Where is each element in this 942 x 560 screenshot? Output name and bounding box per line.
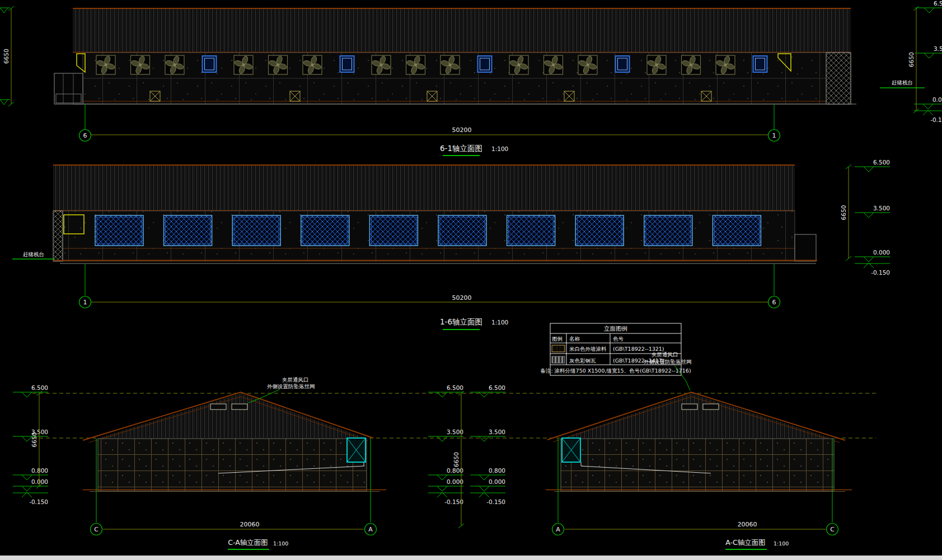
left-annex [54, 73, 83, 104]
col-header-name: 名称 [569, 336, 580, 342]
exhaust-fan-icon [372, 55, 391, 74]
axis-label: 6 [772, 299, 776, 306]
end-wall-hatch [826, 53, 851, 104]
mesh-window [438, 215, 486, 246]
level-marker: -0.150 [914, 110, 942, 123]
axis-label: 1 [83, 299, 87, 306]
elevation-scale: 1:100 [491, 145, 508, 152]
roof-vent [232, 404, 247, 410]
level-marker: -0.150 [470, 492, 505, 505]
level-value: -0.150 [444, 498, 463, 505]
roof-vent [703, 404, 719, 410]
mesh-window [575, 215, 624, 246]
axis-bubble: A [552, 524, 564, 535]
end-wall-hatch [53, 211, 63, 261]
level-marker: 6.500 [470, 384, 505, 397]
level-value: 6.500 [934, 0, 942, 7]
col-header-color: 色号 [613, 336, 624, 342]
cad-canvas[interactable]: 50200 6-1轴立面图 1:100 赶猪栈台 50200 1-6轴立面图 1… [0, 0, 942, 560]
axis-label: C [830, 526, 835, 533]
level-value: 3.500 [447, 429, 463, 435]
axis-bubble: C [827, 524, 838, 535]
vent-note: 夹层通风口 [282, 377, 309, 383]
axis-bubble: C [91, 524, 102, 535]
elevation-title: C-A轴立面图 [228, 538, 268, 547]
swatch-steel [552, 356, 565, 363]
exhaust-fan-icon [234, 55, 253, 74]
level-marker: 0.000 [428, 478, 463, 491]
mesh-window [507, 215, 555, 246]
exhaust-fan-icon [165, 55, 184, 74]
horizontal-scrollbar[interactable] [0, 556, 942, 560]
vent-note: 外侧设置防坠落丝网 [644, 359, 692, 365]
level-value: 3.500 [873, 205, 890, 211]
elevation-scale: 1:100 [491, 319, 508, 326]
level-value: 0.000 [447, 478, 463, 485]
mesh-window [232, 215, 280, 246]
height-dimension-value: 6650 [908, 52, 915, 67]
col-header-legend: 图例 [552, 336, 563, 342]
level-marker: 3.500 [428, 429, 463, 441]
level-marker: 6.500 [428, 384, 463, 397]
vent-note: 夹层通风口 [652, 351, 678, 357]
exhaust-fan-icon [96, 55, 115, 74]
mesh-window [713, 215, 761, 246]
level-value: 6.500 [31, 384, 48, 391]
exhaust-fan-icon [440, 55, 460, 74]
roof-corrugated [53, 164, 795, 211]
exhaust-fan-icon [509, 55, 528, 74]
level-marker: 6.500 [13, 384, 48, 397]
table-title: 立面图例 [604, 325, 627, 332]
level-value: 0.000 [932, 96, 942, 103]
elevation-title: 6-1轴立面图 [440, 144, 482, 153]
wall [561, 439, 834, 491]
level-marker: 3.500 [915, 45, 942, 58]
level-value: 0.000 [31, 478, 48, 485]
elevation-title: A-C轴立面图 [725, 538, 766, 547]
exhaust-fan-icon [406, 55, 425, 74]
axis-label: 1 [772, 132, 776, 139]
level-value: -0.150 [29, 498, 48, 505]
exhaust-fan-icon [578, 55, 597, 74]
level-value: 0.800 [447, 467, 463, 474]
level-value: 0.000 [489, 478, 505, 485]
height-dimension: 6650 [908, 6, 919, 113]
level-marker: 0.000 [470, 478, 505, 491]
axis-bubble: A [365, 524, 377, 535]
level-value: 6.500 [489, 384, 505, 391]
end-door [347, 438, 365, 462]
height-dimension: 6650 [3, 6, 14, 106]
material-name: 米白色外墙涂料 [569, 346, 607, 352]
exhaust-fan-icon [716, 55, 735, 74]
axis-label: C [94, 526, 99, 533]
exhaust-fan-icon [130, 55, 149, 74]
gable-roof [563, 393, 832, 438]
elevation-scale: 1:100 [273, 540, 288, 547]
level-value: 3.500 [934, 45, 942, 52]
roof-vent [682, 404, 697, 410]
level-value: 0.000 [873, 249, 890, 256]
roof-corrugated [73, 8, 851, 53]
elevation-title: 1-6轴立面图 [440, 317, 482, 326]
dock-label: 赶猪栈台 [23, 251, 44, 257]
axis-label: 6 [83, 132, 87, 139]
axis-bubble: 6 [79, 130, 91, 142]
dock-label: 赶猪栈台 [892, 79, 913, 86]
mesh-window [164, 215, 212, 246]
exhaust-fan-icon [543, 55, 563, 74]
level-marker: 0.000 [914, 96, 942, 109]
dimension-text: 20060 [738, 521, 757, 528]
vent-note: 外侧设置防坠落丝网 [267, 383, 315, 389]
level-value: 6.500 [447, 384, 463, 391]
level-marker: -0.150 [13, 492, 48, 505]
axis-bubble: 1 [79, 297, 91, 308]
mesh-window [301, 215, 349, 246]
level-marker: 0.000 [855, 249, 890, 262]
right-annex [795, 234, 816, 261]
level-marker: -0.150 [855, 263, 890, 276]
axis-label: A [368, 526, 373, 533]
level-value: 6.500 [873, 159, 890, 166]
elevation-A-C: 夹层通风口 外侧设置防坠落丝网 20060 A-C轴立面图 1:100 [462, 351, 876, 549]
height-dimension-value: 6650 [3, 49, 10, 64]
height-dimension-value: 6650 [453, 452, 460, 467]
